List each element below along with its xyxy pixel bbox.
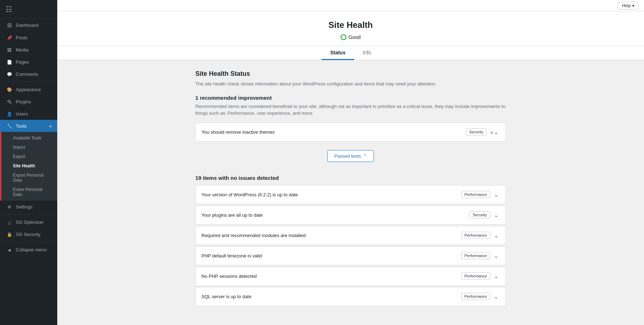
chevron-down-icon: ⌄ [494, 212, 498, 218]
sidebar-item-label: Dashboard [16, 23, 39, 28]
tools-icon [6, 123, 13, 129]
main-content: Help ▾ Site Health Good Status Info Site… [57, 0, 644, 325]
health-item-toggle-button[interactable]: ⌄ [492, 191, 500, 199]
sidebar-item-media[interactable]: Media [0, 44, 57, 56]
content-body: Site Health Status The site health check… [190, 60, 512, 317]
sidebar-item-label: Pages [16, 59, 29, 65]
sidebar: ☷ Dashboard Posts Media Pages Comments A… [0, 0, 57, 325]
health-item-tag: Performance [461, 252, 490, 259]
health-item-passed-4: No PHP sessions detected Performance ⌄ [195, 267, 506, 286]
collapse-icon [6, 246, 13, 253]
health-item-label: Your plugins are all up to date [201, 212, 263, 218]
health-item-passed-0: Your version of WordPress (6.2.2) is up … [195, 185, 506, 204]
chevron-up-icon: ⌃ [363, 153, 367, 159]
health-item-right: Security ⌄ [469, 211, 500, 219]
health-item-right: Performance ⌄ [461, 191, 500, 199]
tab-status[interactable]: Status [322, 46, 354, 60]
sidebar-item-pages[interactable]: Pages [0, 56, 57, 68]
submenu-export[interactable]: Export [1, 152, 57, 161]
status-indicator: Good [341, 34, 361, 40]
health-item-label: SQL server is up to date [201, 294, 252, 299]
health-item-passed-3: PHP default timezone is valid Performanc… [195, 246, 506, 265]
sidebar-item-label: Comments [16, 72, 38, 77]
dashboard-icon [6, 22, 13, 29]
health-item-toggle-button[interactable]: ⌄ [492, 292, 500, 301]
page-title: Site Health [57, 20, 644, 30]
appearance-icon [6, 86, 13, 93]
sidebar-item-label: Plugins [16, 99, 31, 104]
health-item-right: Performance ⌄ [461, 252, 500, 260]
health-item-label: You should remove inactive themes [201, 129, 275, 135]
health-item-right: Performance ⌄ [461, 272, 500, 280]
sidebar-item-label: Settings [16, 204, 33, 210]
submenu-import[interactable]: Import [1, 143, 57, 152]
passed-section-title: 19 items with no issues detected [195, 175, 506, 181]
section-desc: The site health check shows information … [195, 80, 506, 88]
sidebar-item-label: Tools [16, 123, 26, 129]
health-item-tag: Security [466, 128, 487, 136]
media-icon [6, 46, 13, 53]
health-item-tag: Performance [461, 272, 490, 280]
sidebar-item-label: Media [16, 47, 28, 53]
health-item-tag: Performance [461, 232, 490, 239]
sidebar-item-tools[interactable]: Tools ◀ [0, 120, 57, 132]
sidebar-item-sgoptimizer[interactable]: SG Optimizer [0, 216, 57, 228]
tab-info[interactable]: Info [354, 46, 380, 60]
health-item-right: Performance ⌄ [461, 292, 500, 301]
wp-logo: ☷ [0, 0, 57, 19]
submenu-site-health[interactable]: Site Health [1, 161, 57, 171]
health-item-label: No PHP sessions detected [201, 274, 257, 279]
page-content: Site Health Good Status Info Site Health… [57, 11, 644, 325]
sgsecurity-icon [6, 231, 13, 237]
health-item-toggle-button[interactable]: ⌄ [489, 128, 500, 136]
comments-icon [6, 71, 13, 77]
help-button[interactable]: Help ▾ [618, 2, 638, 10]
chevron-down-icon: ⌄ [494, 253, 498, 259]
sidebar-item-label: SG Security [16, 232, 40, 237]
health-item-improvement-0: You should remove inactive themes Securi… [195, 123, 506, 142]
improvements-title: 1 recommended improvement [195, 95, 506, 101]
sidebar-item-users[interactable]: Users [0, 108, 57, 120]
sidebar-item-label: SG Optimizer [16, 220, 44, 225]
health-item-toggle-button[interactable]: ⌄ [492, 211, 500, 219]
status-circle-icon [341, 34, 346, 40]
health-item-toggle-button[interactable]: ⌄ [492, 252, 500, 260]
submenu-available-tools[interactable]: Available Tools [1, 133, 57, 143]
sidebar-item-comments[interactable]: Comments [0, 68, 57, 80]
submenu-erase-personal-data[interactable]: Erase Personal Data [1, 185, 57, 199]
health-item-right: Performance ⌄ [461, 231, 500, 240]
settings-icon [6, 203, 13, 210]
chevron-down-icon: ⌄ [494, 192, 498, 198]
section-title: Site Health Status [195, 70, 506, 78]
health-item-label: PHP default timezone is valid [201, 253, 262, 258]
chevron-down-icon: ⌄ [494, 294, 498, 300]
health-item-passed-5: SQL server is up to date Performance ⌄ [195, 287, 506, 306]
sidebar-item-label: Appearance [16, 87, 41, 92]
sidebar-item-label: Posts [16, 35, 28, 40]
sidebar-item-settings[interactable]: Settings [0, 201, 57, 213]
health-item-tag: Security [469, 211, 490, 218]
tools-submenu: Available Tools Import Export Site Healt… [0, 132, 57, 201]
page-header: Site Health Good Status Info [57, 11, 644, 60]
sidebar-collapse-menu[interactable]: Collapse menu [0, 243, 57, 256]
health-item-toggle-button[interactable]: ⌄ [492, 231, 500, 240]
sidebar-item-posts[interactable]: Posts [0, 31, 57, 44]
sidebar-item-dashboard[interactable]: Dashboard [0, 19, 57, 31]
chevron-down-icon: ⌄ [494, 232, 498, 238]
pages-icon [6, 59, 13, 65]
chevron-down-icon: ⌄ [494, 273, 498, 279]
help-label: Help [622, 3, 631, 8]
health-item-passed-1: Your plugins are all up to date Security… [195, 206, 506, 225]
sidebar-item-appearance[interactable]: Appearance [0, 83, 57, 95]
submenu-export-personal-data[interactable]: Export Personal Data [1, 171, 57, 185]
sidebar-item-plugins[interactable]: Plugins [0, 95, 57, 108]
collapse-label: Collapse menu [16, 247, 47, 252]
passed-tests-button[interactable]: Passed tests ⌃ [327, 150, 374, 162]
health-item-tag: Performance [461, 191, 490, 198]
users-icon [6, 110, 13, 117]
improvements-desc: Recommended items are considered benefic… [195, 103, 506, 117]
health-item-right: Security ⌄ [466, 128, 500, 136]
passed-tests-wrapper: Passed tests ⌃ [195, 143, 506, 169]
sidebar-item-sgsecurity[interactable]: SG Security [0, 228, 57, 240]
health-item-toggle-button[interactable]: ⌄ [492, 272, 500, 280]
